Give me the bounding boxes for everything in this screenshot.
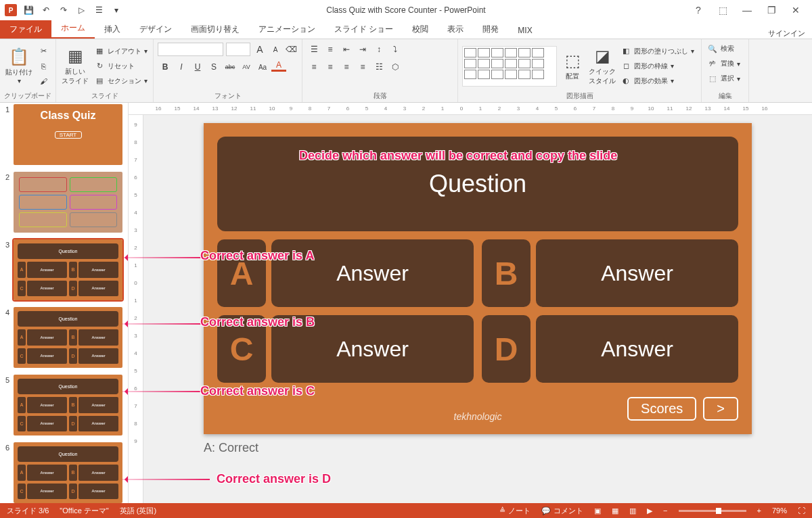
increase-indent-button[interactable]: ⇥ [355,42,370,57]
notes-button[interactable]: ≜ノート [499,506,531,516]
smartart-button[interactable]: ⬡ [388,60,403,74]
slide-thumbnail[interactable]: QuestionAAnswerBAnswerCAnswerDAnswer [14,307,122,368]
touch-mode-icon[interactable]: ☰ [91,2,107,18]
zoom-slider[interactable] [679,510,746,512]
shape-icon [464,59,476,68]
tab-mix[interactable]: MIX [508,22,541,39]
undo-icon[interactable]: ↶ [38,2,54,18]
slideshow-icon[interactable]: ▷ [73,2,89,18]
columns-button[interactable]: ☷ [371,60,386,74]
answer-letter-d[interactable]: D [482,315,531,383]
tab-review[interactable]: 校閲 [403,20,438,39]
shapes-gallery[interactable] [462,46,557,87]
text-direction-button[interactable]: ⤵ [388,42,403,57]
line-spacing-button[interactable]: ↕ [371,42,386,57]
format-painter-button[interactable]: 🖌 [37,74,50,88]
reset-button[interactable]: ↻リセット [93,60,149,73]
canvas[interactable]: Question AAnswer BAnswer CAnswer DAnswer… [143,115,812,504]
justify-button[interactable]: ≡ [355,60,370,74]
shape-icon [518,48,531,57]
font-size-input[interactable] [226,43,250,56]
tab-slideshow[interactable]: スライド ショー [325,20,403,39]
replace-button[interactable]: ᵃ⁄ᵇ置換▾ [706,57,744,70]
align-left-button[interactable]: ≡ [307,60,321,74]
minimize-icon[interactable]: — [738,2,757,18]
arrange-button[interactable]: ⬚配置 [560,43,585,89]
slideshow-view-icon[interactable]: ▶ [647,507,652,515]
paste-button[interactable]: 📋貼り付け▾ [4,43,34,89]
tab-developer[interactable]: 開発 [473,20,508,39]
zoom-out-button[interactable]: − [663,507,667,515]
find-button[interactable]: 🔍検索 [706,42,744,55]
shape-fill-button[interactable]: ◧図形の塗りつぶし▾ [619,45,696,58]
case-button[interactable]: Aa [255,60,270,74]
shrink-font-button[interactable]: A [269,42,282,57]
close-icon[interactable]: ✕ [786,2,805,18]
qat-more-icon[interactable]: ▾ [108,2,125,18]
underline-button[interactable]: U [190,60,205,74]
ribbon-options-icon[interactable]: ⬚ [713,2,732,18]
bullets-button[interactable]: ☰ [307,42,321,57]
shadow-button[interactable]: S [206,60,221,74]
answer-letter-b[interactable]: B [482,239,531,307]
shape-icon [464,70,476,79]
zoom-thumb[interactable] [716,508,721,514]
sorter-view-icon[interactable]: ▦ [612,507,618,515]
clear-format-button[interactable]: ⌫ [285,42,298,57]
fit-button[interactable]: ⛶ [798,507,805,515]
font-color-button[interactable]: A [271,60,286,72]
group-label: クリップボード [4,90,51,101]
strike-button[interactable]: abc [223,60,238,74]
zoom-in-button[interactable]: + [757,507,761,515]
tab-view[interactable]: 表示 [438,20,473,39]
spacing-button[interactable]: AV [239,60,254,74]
cut-button[interactable]: ✂ [37,45,50,58]
decrease-indent-button[interactable]: ⇤ [339,42,354,57]
save-icon[interactable]: 💾 [20,2,37,18]
comments-button[interactable]: 💬コメント [541,506,583,516]
grow-font-button[interactable]: A [253,42,266,57]
normal-view-icon[interactable]: ▣ [594,507,601,515]
tab-animations[interactable]: アニメーション [249,20,325,39]
signin-link[interactable]: サインイン [768,28,805,39]
theme-name[interactable]: "Office テーマ" [60,506,108,516]
tab-transitions[interactable]: 画面切り替え [181,20,249,39]
answer-box-d[interactable]: Answer [536,315,738,383]
notes-pane[interactable]: A: Correct [204,434,752,462]
numbering-button[interactable]: ≡ [323,42,338,57]
new-slide-button[interactable]: ▦新しい スライド [60,43,90,89]
next-button[interactable]: > [703,397,738,421]
shape-effects-button[interactable]: ◐図形の効果▾ [619,74,696,88]
thumb-number: 1 [5,104,14,165]
section-button[interactable]: ▤セクション▾ [93,74,149,88]
shape-outline-button[interactable]: ◻図形の枠線▾ [619,60,696,73]
annotation-d: Correct answer is D [217,472,331,486]
maximize-icon[interactable]: ❐ [762,2,781,18]
quickstyle-button[interactable]: ◪クイック スタイル [588,43,616,89]
slide-thumbnail[interactable] [14,172,122,233]
zoom-level[interactable]: 79% [772,507,787,515]
bold-button[interactable]: B [158,60,173,74]
font-name-input[interactable] [158,43,223,56]
tab-home[interactable]: ホーム [51,19,95,39]
tab-design[interactable]: デザイン [130,20,181,39]
tab-file[interactable]: ファイル [0,20,51,39]
slide-thumbnail[interactable]: QuestionAAnswerBAnswerCAnswerDAnswer [14,442,122,503]
tab-insert[interactable]: 挿入 [95,20,130,39]
align-center-button[interactable]: ≡ [323,60,338,74]
help-icon[interactable]: ? [689,2,708,18]
align-right-button[interactable]: ≡ [339,60,354,74]
slide-thumbnail[interactable]: QuestionAAnswerBAnswerCAnswerDAnswer [14,239,122,300]
layout-button[interactable]: ▦レイアウト▾ [93,45,149,58]
answer-box-b[interactable]: Answer [536,239,738,307]
scores-button[interactable]: Scores [627,397,696,421]
italic-button[interactable]: I [174,60,189,74]
slide-thumbnail[interactable]: Class QuizSTART [14,104,122,165]
slide-counter[interactable]: スライド 3/6 [7,506,49,516]
select-button[interactable]: ⬚選択▾ [706,72,744,85]
reading-view-icon[interactable]: ▥ [629,507,636,515]
copy-button[interactable]: ⎘ [37,60,50,73]
redo-icon[interactable]: ↷ [55,2,72,18]
language-button[interactable]: 英語 (英国) [120,506,156,516]
slide-thumbnail[interactable]: QuestionAAnswerBAnswerCAnswerDAnswer [14,375,122,435]
